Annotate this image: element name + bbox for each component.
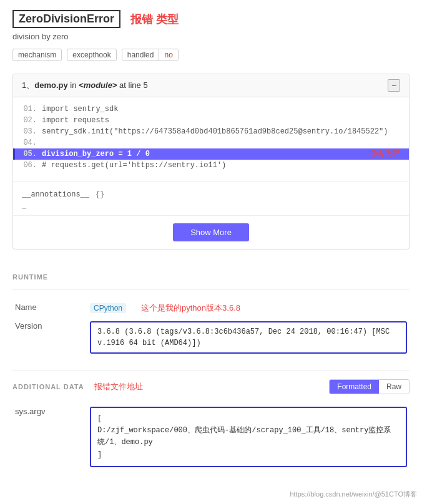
line-num-4: 04.: [22, 138, 37, 147]
frame-module: <module>: [79, 80, 117, 90]
annotations-row: __annotations__ {}: [22, 190, 400, 199]
tag-handled-val: no: [159, 49, 177, 61]
sys-argv-line-1: [: [97, 413, 400, 425]
sys-argv-row: sys.argv [ D:/zjf_workspace/000、爬虫代码-基础的…: [12, 403, 410, 471]
tag-handled-group: handled no: [122, 49, 179, 61]
runtime-section-label: RUNTIME: [12, 264, 410, 281]
runtime-divider: [12, 289, 410, 290]
runtime-name-cell: CPython 这个是我的python版本3.6.8: [87, 299, 410, 317]
sys-argv-value-box: [ D:/zjf_workspace/000、爬虫代码-基础的/scrapy_1…: [90, 407, 407, 467]
code-line-6: 06. # requests.get(url='https://sentry.i…: [13, 160, 409, 171]
error-subtitle: division by zero: [12, 32, 410, 41]
error-header: ZeroDivisionError 报错 类型: [12, 10, 410, 28]
code-text-3: sentry_sdk.init("https://647358a4d0bd401…: [42, 127, 388, 136]
sys-argv-val: [ D:/zjf_workspace/000、爬虫代码-基础的/scrapy_1…: [87, 403, 410, 471]
error-code-annotation: 报错代码: [368, 148, 400, 160]
version-box: 3.6.8 (3.6.8 (tags/v3.6.8:3c6b436a57, De…: [90, 321, 407, 354]
additional-data-section: ADDITIONAL DATA 报错文件地址 Formatted Raw sys…: [12, 370, 410, 471]
line-num-3: 03.: [22, 127, 37, 136]
line-num-2: 02.: [22, 116, 37, 125]
sys-argv-key: sys.argv: [12, 403, 87, 471]
annotations-val: {}: [96, 190, 104, 199]
annotations-key: __annotations__: [22, 190, 89, 199]
format-toggle: Formatted Raw: [329, 379, 410, 394]
code-divider: [13, 181, 409, 182]
runtime-name-row: Name CPython 这个是我的python版本3.6.8: [12, 299, 410, 317]
runtime-table: Name CPython 这个是我的python版本3.6.8 Version …: [12, 299, 410, 357]
tag-excepthook[interactable]: excepthook: [67, 49, 116, 61]
stack-frame-header: 1、demo.py in <module> at line 5 −: [13, 74, 409, 97]
tag-handled-key: handled: [122, 49, 160, 61]
frame-line: 5: [143, 80, 147, 90]
code-text-5: division_by_zero = 1 / 0: [42, 150, 150, 158]
runtime-section: RUNTIME Name CPython 这个是我的python版本3.6.8 …: [12, 262, 410, 357]
additional-table: sys.argv [ D:/zjf_workspace/000、爬虫代码-基础的…: [12, 403, 410, 471]
path-annotation: 报错文件地址: [94, 381, 143, 392]
runtime-version-row: Version 3.6.8 (3.6.8 (tags/v3.6.8:3c6b43…: [12, 317, 410, 357]
additional-divider: [12, 370, 410, 371]
code-text-2: import requests: [42, 116, 109, 125]
code-line-1: 01. import sentry_sdk: [13, 104, 409, 115]
tag-mechanism[interactable]: mechanism: [12, 49, 62, 61]
underscore-row: _: [22, 201, 400, 210]
code-text-1: import sentry_sdk: [42, 105, 118, 114]
tags-row: mechanism excepthook handled no: [12, 49, 410, 61]
format-btn-raw[interactable]: Raw: [379, 380, 409, 394]
format-btn-formatted[interactable]: Formatted: [330, 380, 379, 394]
frame-filename: demo.py: [34, 80, 67, 90]
error-title: ZeroDivisionError: [12, 10, 120, 28]
code-line-4: 04.: [13, 137, 409, 148]
code-text-6: # requests.get(url='https://sentry.io11'…: [42, 161, 226, 170]
frame-title: 1、demo.py in <module> at line 5: [22, 80, 148, 91]
stack-frame-box: 1、demo.py in <module> at line 5 − 01. im…: [12, 74, 410, 250]
code-line-5: 05. division_by_zero = 1 / 0: [13, 148, 409, 160]
watermark: https://blog.csdn.net/weixin/@51CTO博客: [290, 490, 417, 499]
sys-argv-line-2: D:/zjf_workspace/000、爬虫代码-基础的/scrapy_100…: [97, 425, 400, 448]
annotations-area: __annotations__ {} _: [13, 185, 409, 215]
cpython-tag: CPython: [90, 303, 126, 313]
sys-argv-line-3: ]: [97, 449, 400, 461]
python-version-annotation: 这个是我的python版本3.6.8: [141, 303, 240, 314]
additional-data-header: ADDITIONAL DATA 报错文件地址 Formatted Raw: [12, 379, 410, 394]
additional-section-label: ADDITIONAL DATA: [12, 383, 84, 390]
runtime-name-label: Name: [12, 299, 87, 317]
show-more-container: Show More: [13, 215, 409, 249]
line-num-5: 05.: [22, 150, 37, 158]
collapse-button[interactable]: −: [388, 79, 400, 92]
runtime-version-cell: 3.6.8 (3.6.8 (tags/v3.6.8:3c6b436a57, De…: [87, 317, 410, 357]
show-more-button[interactable]: Show More: [173, 223, 249, 241]
runtime-name-value-row: CPython 这个是我的python版本3.6.8: [90, 303, 407, 314]
line-num-1: 01.: [22, 105, 37, 114]
runtime-version-label: Version: [12, 317, 87, 357]
code-block: 01. import sentry_sdk 02. import request…: [13, 97, 409, 177]
line-num-6: 06.: [22, 161, 37, 170]
code-line-2: 02. import requests: [13, 115, 409, 126]
error-type-label: 报错 类型: [130, 12, 179, 27]
code-line-3: 03. sentry_sdk.init("https://647358a4d0b…: [13, 126, 409, 137]
